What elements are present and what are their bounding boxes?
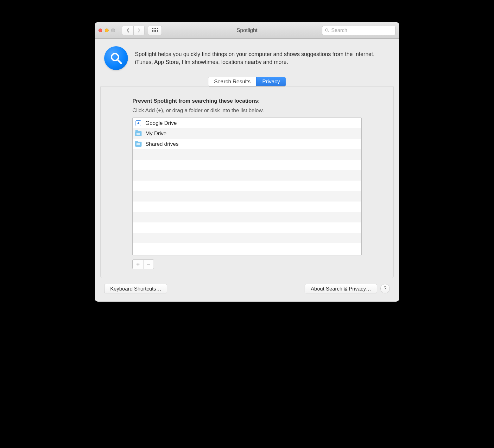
segmented-control: Search Results Privacy bbox=[208, 77, 286, 86]
list-row[interactable] bbox=[133, 191, 361, 202]
chevron-right-icon bbox=[137, 28, 141, 33]
tab-search-results[interactable]: Search Results bbox=[208, 77, 256, 86]
list-row[interactable] bbox=[133, 170, 361, 181]
pane-description: Spotlight helps you quickly find things … bbox=[135, 50, 390, 66]
zoom-window-button bbox=[111, 29, 115, 32]
list-row[interactable] bbox=[133, 202, 361, 212]
search-field-wrapper[interactable] bbox=[322, 26, 396, 35]
list-item-label: Google Drive bbox=[145, 120, 177, 126]
remove-location-button[interactable]: − bbox=[143, 260, 154, 269]
folder-icon bbox=[135, 131, 142, 137]
about-search-privacy-button[interactable]: About Search & Privacy… bbox=[305, 284, 377, 293]
close-window-button[interactable] bbox=[98, 29, 102, 32]
list-row[interactable] bbox=[133, 149, 361, 160]
list-row[interactable]: Shared drives bbox=[133, 139, 361, 149]
google-drive-icon bbox=[135, 120, 142, 126]
privacy-subheading: Click Add (+), or drag a folder or disk … bbox=[132, 107, 362, 114]
list-row[interactable] bbox=[133, 233, 361, 243]
keyboard-shortcuts-button[interactable]: Keyboard Shortcuts… bbox=[104, 284, 167, 293]
add-remove-controls: + − bbox=[132, 259, 154, 269]
show-all-button[interactable] bbox=[148, 26, 162, 35]
chevron-left-icon bbox=[126, 28, 130, 33]
svg-line-1 bbox=[328, 31, 329, 32]
list-item-label: My Drive bbox=[145, 131, 167, 137]
window-controls bbox=[98, 29, 115, 32]
list-row[interactable]: My Drive bbox=[133, 128, 361, 139]
svg-line-3 bbox=[118, 60, 121, 63]
add-location-button[interactable]: + bbox=[133, 260, 143, 269]
grid-icon bbox=[152, 28, 158, 32]
list-row[interactable] bbox=[133, 243, 361, 254]
list-row[interactable] bbox=[133, 181, 361, 191]
forward-button[interactable] bbox=[133, 26, 145, 35]
magnifying-glass-icon bbox=[109, 51, 123, 65]
privacy-panel: Prevent Spotlight from searching these l… bbox=[100, 86, 394, 278]
back-button[interactable] bbox=[122, 26, 133, 35]
privacy-heading: Prevent Spotlight from searching these l… bbox=[132, 98, 362, 104]
preferences-window: Spotlight Spotlight helps you quickly fi… bbox=[95, 22, 399, 302]
search-input[interactable] bbox=[331, 28, 395, 33]
tab-row: Search Results Privacy bbox=[95, 77, 399, 86]
footer: Keyboard Shortcuts… About Search & Priva… bbox=[95, 284, 399, 302]
exclusion-list[interactable]: Google DriveMy DriveShared drives bbox=[132, 118, 362, 255]
pane-header: Spotlight helps you quickly find things … bbox=[95, 39, 399, 73]
list-row[interactable] bbox=[133, 160, 361, 170]
list-row[interactable] bbox=[133, 212, 361, 222]
search-icon bbox=[325, 28, 329, 33]
folder-icon bbox=[135, 141, 142, 147]
minimize-window-button[interactable] bbox=[105, 29, 109, 32]
list-row[interactable] bbox=[133, 222, 361, 233]
tab-privacy[interactable]: Privacy bbox=[256, 77, 286, 86]
list-item-label: Shared drives bbox=[145, 141, 179, 147]
titlebar: Spotlight bbox=[95, 22, 399, 39]
nav-buttons bbox=[122, 26, 145, 35]
spotlight-icon bbox=[104, 46, 128, 70]
list-row[interactable]: Google Drive bbox=[133, 118, 361, 128]
help-button[interactable]: ? bbox=[380, 284, 390, 293]
